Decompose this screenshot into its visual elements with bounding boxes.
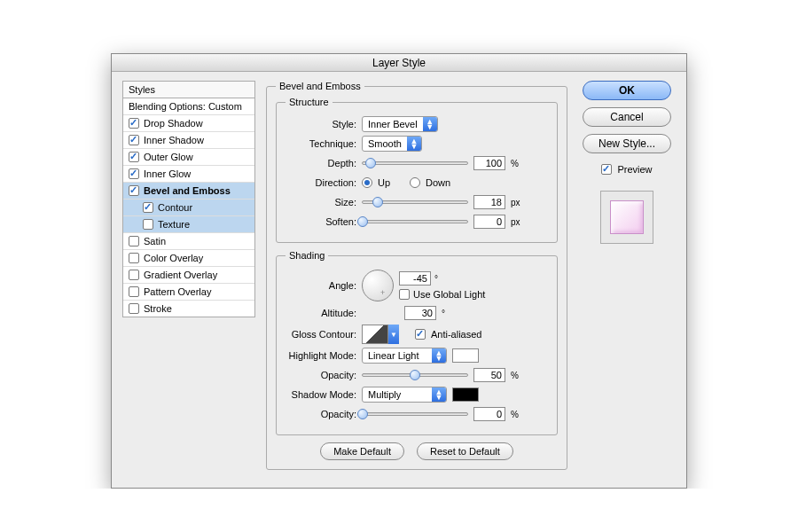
highlight-opacity-unit: % xyxy=(511,371,527,380)
angle-control[interactable]: + xyxy=(362,270,394,301)
effect-label: Inner Shadow xyxy=(144,135,204,145)
effect-checkbox[interactable] xyxy=(129,185,139,196)
depth-input[interactable]: 100 xyxy=(473,156,505,170)
direction-label: Direction: xyxy=(286,177,356,188)
effect-checkbox[interactable] xyxy=(129,236,139,246)
shadow-mode-value: Multiply xyxy=(363,389,432,400)
gloss-contour-label: Gloss Contour: xyxy=(286,329,356,340)
preview-swatch xyxy=(610,200,644,234)
effect-row-inner-shadow[interactable]: Inner Shadow xyxy=(123,132,254,149)
effect-checkbox[interactable] xyxy=(129,135,139,145)
effect-label: Inner Glow xyxy=(144,168,191,179)
depth-label: Depth: xyxy=(286,158,356,168)
gloss-contour-dropdown[interactable]: ▼ xyxy=(388,325,399,344)
cancel-button[interactable]: Cancel xyxy=(583,107,671,127)
chevron-updown-icon: ▲▼ xyxy=(432,387,446,402)
effect-label: Outer Glow xyxy=(144,152,193,162)
soften-slider[interactable] xyxy=(362,220,468,223)
effect-checkbox[interactable] xyxy=(143,219,153,230)
effect-checkbox[interactable] xyxy=(129,152,139,162)
dialog-title: Layer Style xyxy=(112,54,686,72)
effect-row-bevel-and-emboss[interactable]: Bevel and Emboss xyxy=(123,183,254,200)
effect-row-color-overlay[interactable]: Color Overlay xyxy=(123,250,254,267)
highlight-mode-label: Highlight Mode: xyxy=(286,350,356,361)
structure-legend: Structure xyxy=(286,97,332,107)
depth-slider[interactable] xyxy=(362,161,468,165)
soften-label: Soften: xyxy=(286,216,356,227)
technique-label: Technique: xyxy=(286,138,356,149)
chevron-updown-icon: ▲▼ xyxy=(432,348,446,363)
preview-checkbox[interactable] xyxy=(601,164,612,175)
effect-label: Pattern Overlay xyxy=(144,286,211,297)
shading-group: Shading Angle: + -45 ° Use Global Light xyxy=(276,250,558,435)
technique-dropdown[interactable]: Smooth ▲▼ xyxy=(362,136,422,152)
effect-row-stroke[interactable]: Stroke xyxy=(123,301,254,317)
soften-input[interactable]: 0 xyxy=(473,215,505,229)
styles-sidebar: Styles Blending Options: CustomDrop Shad… xyxy=(122,81,255,477)
preview-box xyxy=(600,191,653,244)
effect-label: Blending Options: Custom xyxy=(129,101,242,112)
bevel-fieldset: Bevel and Emboss Structure Style: Inner … xyxy=(266,81,567,470)
effect-label: Gradient Overlay xyxy=(144,270,217,280)
highlight-color-swatch[interactable] xyxy=(452,348,479,363)
effect-checkbox[interactable] xyxy=(129,118,139,129)
highlight-opacity-label: Opacity: xyxy=(286,370,356,380)
highlight-mode-dropdown[interactable]: Linear Light ▲▼ xyxy=(362,348,447,364)
effect-checkbox[interactable] xyxy=(129,168,139,179)
effect-checkbox[interactable] xyxy=(129,270,139,280)
highlight-opacity-input[interactable]: 50 xyxy=(473,368,505,382)
styles-header[interactable]: Styles xyxy=(122,81,255,98)
effect-row-outer-glow[interactable]: Outer Glow xyxy=(123,149,254,166)
highlight-opacity-slider[interactable] xyxy=(362,373,468,377)
size-unit: px xyxy=(511,198,527,207)
shadow-mode-label: Shadow Mode: xyxy=(286,389,356,400)
angle-input[interactable]: -45 xyxy=(399,271,431,286)
effect-checkbox[interactable] xyxy=(143,202,153,213)
gloss-contour-picker[interactable] xyxy=(362,325,388,344)
effect-row-pattern-overlay[interactable]: Pattern Overlay xyxy=(123,284,254,301)
antialias-label: Anti-aliased xyxy=(431,329,481,340)
ok-button[interactable]: OK xyxy=(583,81,671,100)
size-input[interactable]: 18 xyxy=(473,195,505,209)
effect-row-inner-glow[interactable]: Inner Glow xyxy=(123,166,254,183)
effect-checkbox[interactable] xyxy=(129,303,139,314)
layer-style-dialog: Layer Style Styles Blending Options: Cus… xyxy=(111,53,687,489)
shadow-mode-dropdown[interactable]: Multiply ▲▼ xyxy=(362,387,447,403)
blending-options-row[interactable]: Blending Options: Custom xyxy=(123,98,254,115)
effect-label: Drop Shadow xyxy=(144,118,203,129)
shadow-opacity-slider[interactable] xyxy=(362,412,468,416)
style-dropdown[interactable]: Inner Bevel ▲▼ xyxy=(362,116,438,132)
style-label: Style: xyxy=(286,119,356,129)
direction-up-radio[interactable] xyxy=(362,177,372,188)
global-light-label: Use Global Light xyxy=(413,289,485,300)
effect-row-contour[interactable]: Contour xyxy=(123,200,254,216)
style-value: Inner Bevel xyxy=(363,119,423,129)
effect-row-satin[interactable]: Satin xyxy=(123,233,254,250)
effect-label: Contour xyxy=(158,202,192,213)
preview-label: Preview xyxy=(617,164,652,175)
shadow-opacity-label: Opacity: xyxy=(286,409,356,419)
effect-checkbox[interactable] xyxy=(129,253,139,263)
size-label: Size: xyxy=(286,197,356,207)
effect-checkbox[interactable] xyxy=(129,286,139,297)
make-default-button[interactable]: Make Default xyxy=(320,442,404,460)
global-light-checkbox[interactable] xyxy=(399,289,410,300)
shadow-opacity-input[interactable]: 0 xyxy=(473,407,505,421)
size-slider[interactable] xyxy=(362,200,468,204)
depth-unit: % xyxy=(511,159,527,168)
reset-default-button[interactable]: Reset to Default xyxy=(417,442,513,460)
antialias-checkbox[interactable] xyxy=(415,329,426,340)
shadow-opacity-unit: % xyxy=(511,410,527,419)
structure-group: Structure Style: Inner Bevel ▲▼ Techniqu… xyxy=(276,97,558,243)
shadow-color-swatch[interactable] xyxy=(452,387,479,402)
altitude-input[interactable]: 30 xyxy=(404,306,436,320)
effect-row-gradient-overlay[interactable]: Gradient Overlay xyxy=(123,267,254,284)
effect-row-drop-shadow[interactable]: Drop Shadow xyxy=(123,115,254,132)
effect-row-texture[interactable]: Texture xyxy=(123,216,254,233)
panel-title: Bevel and Emboss xyxy=(276,81,364,91)
effect-label: Bevel and Emboss xyxy=(144,185,231,196)
new-style-button[interactable]: New Style... xyxy=(583,134,671,153)
altitude-label: Altitude: xyxy=(286,308,356,318)
soften-unit: px xyxy=(511,217,527,227)
direction-down-radio[interactable] xyxy=(410,177,420,188)
